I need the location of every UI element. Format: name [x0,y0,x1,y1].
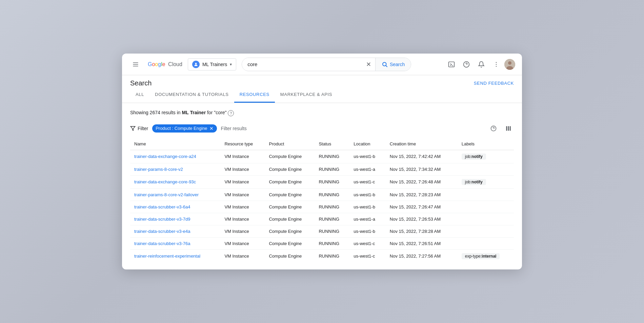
filter-chip-close-icon[interactable]: ✕ [209,126,214,131]
labels-cell: exp-type: internal [458,249,514,263]
results-help-icon[interactable]: ? [228,110,234,116]
user-avatar-image [504,59,515,70]
help-button[interactable] [460,58,473,71]
project-avatar [192,61,200,68]
project-selector[interactable]: ML Trainers ▾ [188,58,236,70]
table-row: trainer-data-scrubber-v3-e4aVM InstanceC… [130,225,514,237]
svg-point-14 [508,61,511,65]
table-row: trainer-params-8-core-v2-failoverVM Inst… [130,188,514,201]
send-feedback-button[interactable]: SEND FEEDBACK [474,81,514,86]
tab-resources[interactable]: RESOURCES [234,87,275,103]
search-clear-icon[interactable]: ✕ [362,58,375,71]
resource-type-cell: VM Instance [220,175,265,188]
tab-marketplace[interactable]: MARKETPLACE & APIS [275,87,338,103]
location-cell: us-west1-c [349,237,385,249]
google-cloud-logo: Google Cloud [148,61,182,67]
table-row: trainer-data-scrubber-v3-76aVM InstanceC… [130,237,514,249]
tab-docs[interactable]: DOCUMENTATION & TUTORIALS [149,87,234,103]
filter-results-input[interactable]: Filter results [221,126,247,131]
labels-cell: job: notify [458,150,514,163]
creation-time-cell: Nov 15, 2022, 7:28:23 AM [386,188,458,201]
resource-name-link[interactable]: trainer-data-scrubber-v3-7d9 [134,217,190,222]
table-row: trainer-data-scrubber-v3-7d9VM InstanceC… [130,213,514,225]
resource-type-cell: VM Instance [220,163,265,175]
svg-marker-16 [130,126,135,130]
search-bar: ✕ Search [242,58,411,71]
status-cell: RUNNING [315,225,349,237]
svg-rect-19 [506,126,507,131]
resource-name-link[interactable]: trainer-params-8-core-v2 [134,167,183,172]
product-cell: Compute Engine [265,188,315,201]
filter-help-icon[interactable] [488,123,499,134]
location-cell: us-west1-a [349,213,385,225]
creation-time-cell: Nov 15, 2022, 7:27:56 AM [386,249,458,263]
location-cell: us-west1-b [349,201,385,213]
col-labels: Labels [458,138,514,150]
filter-right-actions [488,123,514,134]
svg-point-12 [496,66,497,67]
col-location: Location [349,138,385,150]
topnav: Google Cloud ML Trainers ▾ ✕ Search [122,54,522,75]
filter-chip-compute-engine[interactable]: Product : Compute Engine ✕ [152,124,217,133]
resource-type-cell: VM Instance [220,237,265,249]
results-table: Name Resource type Product Status Locati… [130,138,514,263]
resource-name-link[interactable]: trainer-data-exchange-core-a24 [134,154,196,159]
creation-time-cell: Nov 15, 2022, 7:26:53 AM [386,213,458,225]
product-cell: Compute Engine [265,249,315,263]
resource-name-link[interactable]: trainer-data-scrubber-v3-e4a [134,229,190,234]
status-cell: RUNNING [315,213,349,225]
svg-rect-20 [508,126,509,131]
status-cell: RUNNING [315,201,349,213]
svg-line-5 [386,65,387,67]
col-product: Product [265,138,315,150]
resource-name-link[interactable]: trainer-reinfocement-experimental [134,254,200,259]
label-chip: job: notify [462,179,486,185]
search-input[interactable] [242,58,362,70]
table-row: trainer-data-scrubber-v3-6a4VM InstanceC… [130,201,514,213]
col-status: Status [315,138,349,150]
label-chip: job: notify [462,154,486,160]
column-settings-icon[interactable] [503,123,514,134]
tab-all[interactable]: ALL [130,87,149,103]
resource-name-link[interactable]: trainer-data-scrubber-v3-76a [134,241,190,246]
creation-time-cell: Nov 15, 2022, 7:34:32 AM [386,163,458,175]
status-cell: RUNNING [315,163,349,175]
status-cell: RUNNING [315,249,349,263]
search-button[interactable]: Search [375,58,411,71]
chevron-down-icon: ▾ [230,62,232,67]
table-row: trainer-data-exchange-core-a24VM Instanc… [130,150,514,163]
terminal-button[interactable] [445,58,458,71]
project-name: ML Trainers [202,62,227,67]
table-row: trainer-data-exchange-core-93cVM Instanc… [130,175,514,188]
main-window: Google Cloud ML Trainers ▾ ✕ Search [122,54,522,269]
resource-name-link[interactable]: trainer-data-scrubber-v3-6a4 [134,204,190,209]
menu-button[interactable] [129,58,142,71]
product-cell: Compute Engine [265,201,315,213]
product-cell: Compute Engine [265,163,315,175]
notifications-button[interactable] [475,58,488,71]
labels-cell [458,225,514,237]
status-cell: RUNNING [315,237,349,249]
filter-button[interactable]: Filter [130,126,148,131]
creation-time-cell: Nov 15, 2022, 7:28:28 AM [386,225,458,237]
labels-cell [458,163,514,175]
results-summary: Showing 2674 results in ML Trainer for "… [130,110,514,116]
more-options-button[interactable] [489,58,503,71]
location-cell: us-west1-c [349,249,385,263]
labels-cell [458,188,514,201]
col-resource-type: Resource type [220,138,265,150]
tabs-bar: ALL DOCUMENTATION & TUTORIALS RESOURCES … [122,87,522,103]
label-chip: exp-type: internal [462,253,500,259]
location-cell: us-west1-b [349,188,385,201]
location-cell: us-west1-b [349,225,385,237]
resource-name-link[interactable]: trainer-data-exchange-core-93c [134,179,196,184]
user-avatar[interactable] [504,59,515,70]
resource-type-cell: VM Instance [220,249,265,263]
labels-cell [458,237,514,249]
table-row: trainer-reinfocement-experimentalVM Inst… [130,249,514,263]
resource-name-link[interactable]: trainer-params-8-core-v2-failover [134,192,199,197]
labels-cell: job: notify [458,175,514,188]
resource-type-cell: VM Instance [220,213,265,225]
svg-rect-21 [510,126,511,131]
resource-type-cell: VM Instance [220,201,265,213]
